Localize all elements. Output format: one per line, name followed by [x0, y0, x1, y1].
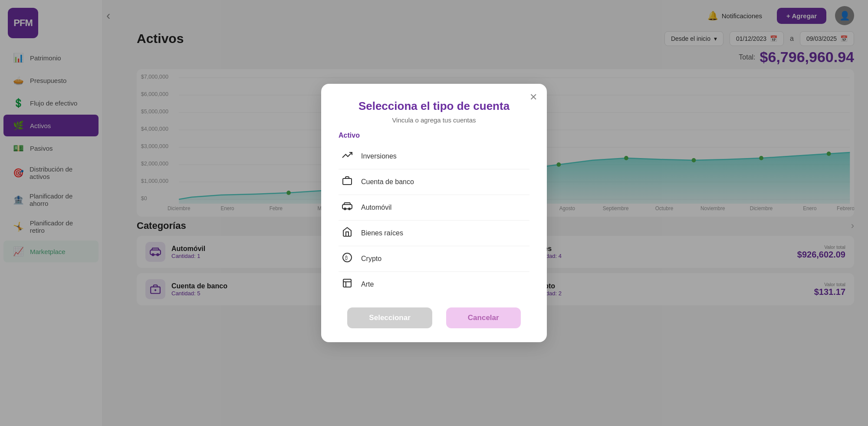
crypto-modal-icon: ₿: [340, 252, 354, 265]
svg-rect-46: [343, 178, 352, 185]
arte-icon: [340, 278, 354, 291]
automovil-modal-icon: [340, 201, 354, 214]
modal-options-list: Inversiones Cuenta de banco Automóvil: [339, 144, 529, 297]
modal-option-inversiones[interactable]: Inversiones: [339, 144, 529, 169]
bienes-raices-label: Bienes raíces: [361, 229, 403, 237]
bienes-raices-icon: [340, 227, 354, 240]
modal-section-label: Activo: [339, 132, 529, 139]
modal-close-button[interactable]: ✕: [529, 92, 537, 103]
cuenta-banco-modal-icon: [340, 175, 354, 188]
modal-overlay[interactable]: ✕ Selecciona el tipo de cuenta Vincula o…: [0, 0, 868, 426]
inversiones-label: Inversiones: [361, 152, 397, 160]
account-type-modal: ✕ Selecciona el tipo de cuenta Vincula o…: [321, 84, 547, 342]
cuenta-banco-modal-label: Cuenta de banco: [361, 178, 414, 186]
modal-option-arte[interactable]: Arte: [339, 272, 529, 297]
select-button[interactable]: Seleccionar: [347, 307, 432, 328]
modal-title: Selecciona el tipo de cuenta: [339, 99, 529, 113]
modal-option-automovil[interactable]: Automóvil: [339, 195, 529, 221]
cancel-button[interactable]: Cancelar: [446, 307, 521, 328]
modal-option-bienes-raices[interactable]: Bienes raíces: [339, 221, 529, 246]
crypto-modal-label: Crypto: [361, 255, 381, 263]
svg-text:₿: ₿: [345, 255, 348, 261]
modal-option-cuenta-banco[interactable]: Cuenta de banco: [339, 169, 529, 195]
automovil-modal-label: Automóvil: [361, 204, 391, 211]
svg-rect-52: [343, 279, 351, 287]
arte-label: Arte: [361, 281, 374, 288]
svg-rect-47: [342, 205, 352, 209]
modal-subtitle: Vincula o agrega tus cuentas: [339, 116, 529, 124]
modal-actions: Seleccionar Cancelar: [339, 307, 529, 328]
modal-option-crypto[interactable]: ₿ Crypto: [339, 246, 529, 272]
inversiones-icon: [340, 150, 354, 163]
